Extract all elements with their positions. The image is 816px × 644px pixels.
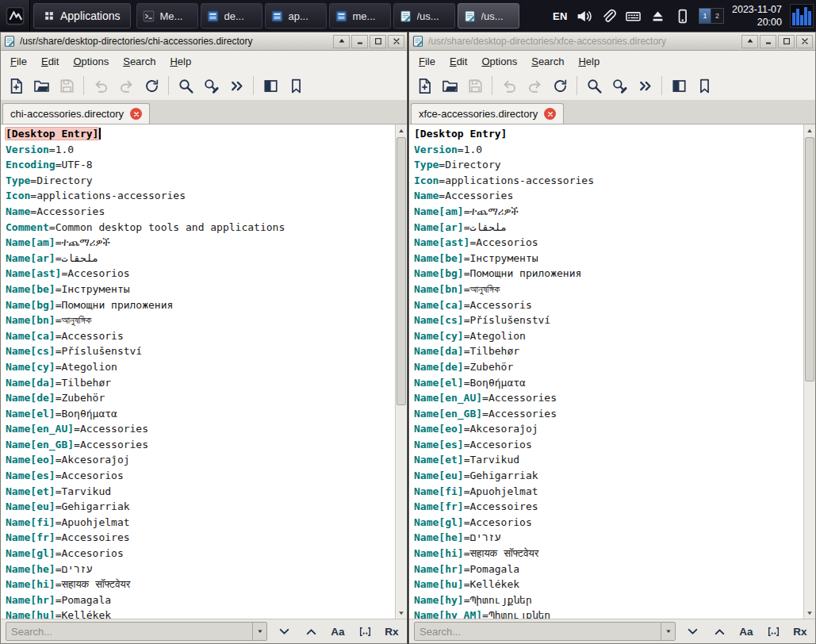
- code-line: Name[cs]=Příslušenství: [414, 312, 803, 328]
- open-file-button[interactable]: [29, 74, 53, 98]
- match-whole-word-toggle[interactable]: [763, 622, 783, 642]
- scroll-down-button[interactable]: [396, 607, 407, 619]
- find-replace-button[interactable]: [199, 74, 223, 98]
- match-case-toggle[interactable]: Aa: [328, 622, 348, 642]
- redo-button[interactable]: [114, 74, 138, 98]
- undo-button[interactable]: [89, 74, 113, 98]
- window-title: /usr/share/desktop-directories/xfce-acce…: [428, 36, 737, 47]
- tab-close-button[interactable]: [130, 108, 142, 120]
- menu-search[interactable]: Search: [525, 53, 570, 70]
- workspace-button[interactable]: 1: [699, 9, 711, 23]
- close-button[interactable]: [796, 35, 813, 48]
- close-icon: [547, 111, 554, 117]
- bookmark-button[interactable]: [284, 74, 308, 98]
- find-replace-button[interactable]: [607, 74, 631, 98]
- icewm-menu-button[interactable]: [0, 0, 30, 32]
- taskbar-window-list: Me...de...ap...me.../us.../us...: [136, 0, 519, 32]
- close-button[interactable]: [388, 35, 404, 48]
- document-tab[interactable]: chi-accessories.directory: [2, 103, 150, 124]
- scrollbar-track[interactable]: [804, 136, 815, 607]
- scroll-up-button[interactable]: [396, 125, 407, 136]
- vertical-scrollbar[interactable]: [803, 125, 815, 619]
- undo-button[interactable]: [497, 74, 521, 98]
- cpu-monitor[interactable]: [790, 4, 814, 28]
- search-input[interactable]: [415, 623, 661, 640]
- menu-edit[interactable]: Edit: [443, 53, 473, 70]
- minimize-button[interactable]: [351, 35, 368, 48]
- save-button[interactable]: [463, 74, 487, 98]
- menu-file[interactable]: File: [4, 53, 33, 70]
- new-document-button[interactable]: [412, 74, 436, 98]
- text-editor[interactable]: [Desktop Entry]Version=1.0Type=Directory…: [409, 125, 803, 619]
- keyboard-icon[interactable]: [625, 8, 642, 25]
- scrollbar-track[interactable]: [396, 136, 407, 607]
- menu-file[interactable]: File: [412, 53, 442, 70]
- scrollbar-thumb[interactable]: [805, 137, 814, 381]
- toolbar-overflow-button[interactable]: [224, 74, 248, 98]
- toolbar-overflow-button[interactable]: [633, 74, 657, 98]
- eject-icon[interactable]: [649, 8, 666, 25]
- taskbar-window-button[interactable]: /us...: [393, 3, 455, 29]
- menu-edit[interactable]: Edit: [35, 53, 65, 70]
- fullscreen-toggle-button[interactable]: [259, 74, 282, 98]
- code-line: Icon=applications-accessories: [414, 173, 803, 189]
- maximize-button[interactable]: [370, 35, 386, 48]
- menu-help[interactable]: Help: [572, 53, 606, 70]
- find-next-button[interactable]: [682, 622, 703, 642]
- window-titlebar[interactable]: /usr/share/desktop-directories/xfce-acce…: [409, 33, 815, 51]
- match-whole-word-toggle[interactable]: [354, 622, 375, 642]
- taskbar-window-button[interactable]: de...: [201, 3, 262, 29]
- find-prev-button[interactable]: [709, 622, 730, 642]
- menu-options[interactable]: Options: [67, 53, 115, 70]
- tab-close-button[interactable]: [544, 108, 556, 120]
- reload-button[interactable]: [140, 74, 163, 98]
- reload-button[interactable]: [548, 74, 572, 98]
- search-history-dropdown[interactable]: [252, 623, 266, 640]
- menu-search[interactable]: Search: [117, 53, 162, 70]
- document-tab[interactable]: xfce-accessories.directory: [411, 103, 564, 124]
- fullscreen-toggle-button[interactable]: [667, 74, 691, 98]
- scroll-down-button[interactable]: [804, 607, 815, 619]
- vertical-scrollbar[interactable]: [395, 125, 407, 619]
- device-icon[interactable]: [674, 8, 691, 25]
- regex-toggle[interactable]: Rx: [790, 622, 810, 642]
- editor-icon: [399, 10, 412, 23]
- new-document-button[interactable]: [4, 74, 28, 98]
- keyboard-layout-indicator[interactable]: EN: [553, 10, 568, 22]
- scroll-up-button[interactable]: [804, 125, 815, 136]
- open-file-button[interactable]: [438, 74, 462, 98]
- window-titlebar[interactable]: /usr/share/desktop-directories/chi-acces…: [1, 33, 407, 51]
- code-line: Name[hr]=Pomagala: [414, 562, 803, 577]
- code-line: Name[gl]=Accesorios: [414, 515, 803, 531]
- taskbar-window-button[interactable]: /us...: [458, 3, 519, 29]
- save-button[interactable]: [55, 74, 79, 98]
- find-button[interactable]: [174, 74, 197, 98]
- taskbar-window-button[interactable]: me...: [329, 3, 391, 29]
- find-next-button[interactable]: [274, 622, 294, 642]
- menu-help[interactable]: Help: [163, 53, 197, 70]
- minimize-button[interactable]: [760, 35, 776, 48]
- bookmark-button[interactable]: [692, 74, 716, 98]
- match-case-toggle[interactable]: Aa: [736, 622, 757, 642]
- taskbar-window-button[interactable]: ap...: [265, 3, 327, 29]
- volume-icon[interactable]: [576, 8, 592, 25]
- search-input[interactable]: [6, 623, 252, 640]
- text-editor[interactable]: [Desktop Entry]Version=1.0Encoding=UTF-8…: [1, 125, 395, 619]
- clipboard-icon[interactable]: [600, 8, 617, 25]
- search-history-dropdown[interactable]: [661, 623, 675, 640]
- icewm-logo-icon: [5, 6, 25, 26]
- applications-menu-button[interactable]: Applications: [33, 3, 131, 29]
- rollup-button[interactable]: [333, 35, 350, 48]
- redo-button[interactable]: [523, 74, 546, 98]
- find-prev-button[interactable]: [301, 622, 321, 642]
- search-combo[interactable]: [6, 622, 267, 641]
- regex-toggle[interactable]: Rx: [381, 622, 402, 642]
- scrollbar-thumb[interactable]: [397, 137, 406, 405]
- search-combo[interactable]: [414, 622, 676, 641]
- menu-options[interactable]: Options: [475, 53, 523, 70]
- taskbar-window-button[interactable]: Me...: [136, 3, 198, 29]
- rollup-button[interactable]: [741, 35, 758, 48]
- workspace-button[interactable]: 2: [711, 9, 723, 23]
- maximize-button[interactable]: [778, 35, 795, 48]
- find-button[interactable]: [582, 74, 606, 98]
